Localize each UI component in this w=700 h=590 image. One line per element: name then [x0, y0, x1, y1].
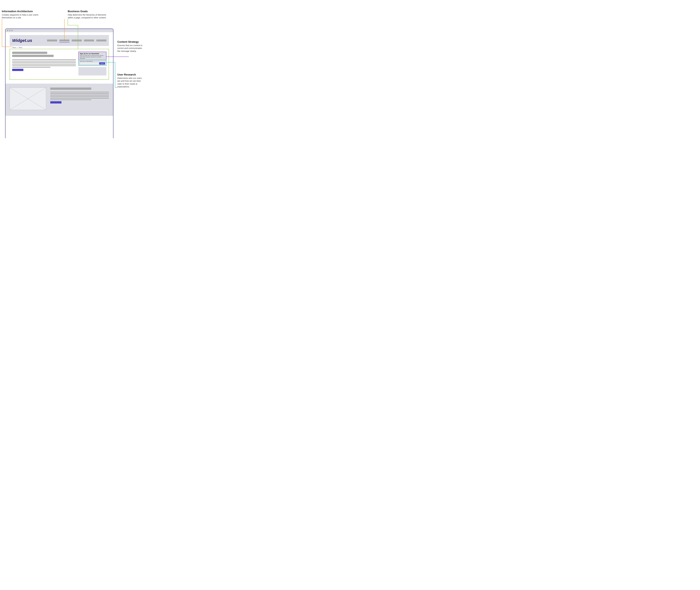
newsletter-card: Sign Up for our Newsletter Stay up-to-da… — [79, 52, 106, 66]
main-content: Sign Up for our Newsletter Stay up-to-da… — [10, 49, 109, 80]
window-dot-icon — [7, 30, 8, 31]
heading-placeholder — [50, 88, 91, 90]
annotation-research-body: Determines who our users are and how we … — [117, 77, 144, 88]
text-placeholder — [50, 99, 91, 100]
nav-item[interactable] — [96, 39, 106, 41]
nav-item[interactable] — [72, 39, 82, 41]
text-placeholder — [12, 59, 76, 60]
nav-item-active[interactable] — [60, 39, 70, 41]
site-logo[interactable]: Widget.us — [12, 38, 32, 43]
annotation-biz: Business Goals Help determine the hierar… — [68, 10, 110, 19]
text-placeholder — [12, 66, 76, 66]
text-placeholder — [50, 95, 109, 96]
breadcrumb-root[interactable]: About — [12, 47, 16, 48]
annotation-ia-body: Creates waypoints to help a user orient … — [2, 13, 41, 19]
site-header: Widget.us — [10, 35, 109, 46]
cta-button[interactable] — [12, 69, 23, 71]
newsletter-form: Enter your e-mail address. Submit — [79, 60, 106, 66]
text-placeholder — [50, 92, 109, 92]
primary-nav — [47, 39, 106, 41]
annotation-ia-title: Information Architecture — [2, 10, 41, 13]
submit-button[interactable]: Submit — [99, 62, 105, 65]
browser-window: Widget.us About ▸ News Si — [5, 28, 113, 138]
text-placeholder — [50, 93, 109, 94]
sidebar: Sign Up for our Newsletter Stay up-to-da… — [79, 52, 106, 78]
annotation-content-body: Ensures that our content is correct and … — [117, 44, 142, 53]
text-placeholder — [12, 64, 76, 65]
chevron-right-icon: ▸ — [17, 47, 18, 48]
browser-chrome — [5, 29, 113, 32]
window-dot-icon — [9, 30, 10, 31]
sidebar-block — [79, 67, 106, 76]
heading-placeholder — [12, 52, 47, 54]
text-placeholder — [12, 61, 76, 62]
image-placeholder — [10, 88, 46, 110]
secondary-content — [5, 84, 113, 116]
text-placeholder — [50, 96, 109, 97]
breadcrumb-current[interactable]: News — [19, 47, 22, 48]
annotation-ia: Information Architecture Creates waypoin… — [2, 10, 41, 19]
breadcrumb: About ▸ News — [12, 47, 106, 48]
newsletter-heading: Sign Up for our Newsletter — [80, 53, 105, 55]
annotation-content: Content Strategy Ensures that our conten… — [117, 40, 142, 53]
annotation-content-title: Content Strategy — [117, 40, 142, 43]
annotation-biz-body: Help determine the hierarchy of elements… — [68, 13, 110, 19]
window-dot-icon — [11, 30, 13, 31]
annotation-research: User Research Determines who our users a… — [117, 73, 144, 88]
text-placeholder — [12, 67, 50, 68]
cta-button[interactable] — [50, 101, 62, 103]
email-label: Enter your e-mail address. — [80, 61, 105, 62]
nav-item[interactable] — [84, 39, 94, 41]
newsletter-header: Sign Up for our Newsletter Stay up-to-da… — [79, 52, 106, 60]
email-field[interactable] — [80, 62, 99, 65]
heading-placeholder — [12, 55, 53, 57]
secondary-article — [50, 88, 109, 112]
annotation-research-title: User Research — [117, 73, 144, 76]
nav-item[interactable] — [47, 39, 57, 41]
text-placeholder — [12, 62, 76, 63]
article — [12, 52, 76, 78]
annotation-biz-title: Business Goals — [68, 10, 110, 13]
newsletter-blurb: Stay up-to-date with our latest products… — [80, 55, 105, 59]
text-placeholder — [50, 98, 109, 99]
